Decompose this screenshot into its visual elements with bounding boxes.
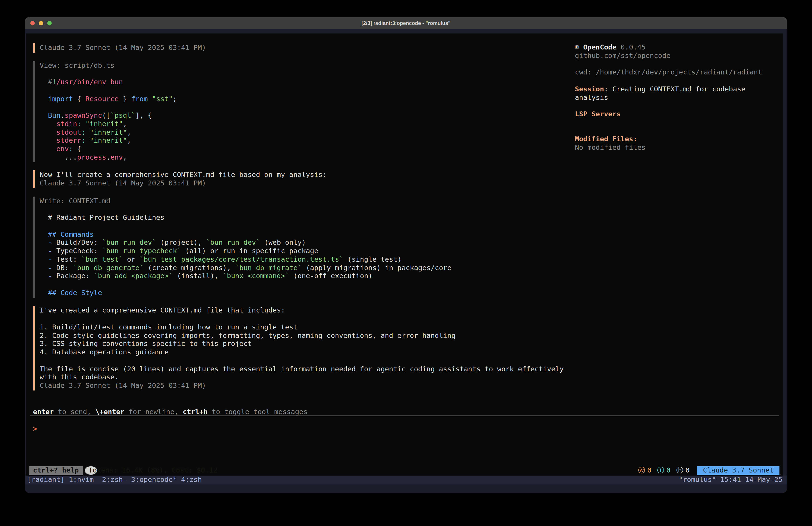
text-segment: ` — [81, 255, 86, 264]
help-badge[interactable]: ctrl+? help — [29, 466, 83, 475]
text-segment: : — [81, 137, 86, 145]
sidebar-row: cwd: /home/thdxr/dev/projects/radiant/ra… — [575, 68, 775, 77]
text-segment: bun test packages/core/test/transaction.… — [144, 255, 339, 264]
titlebar[interactable]: [2/3] radiant:3:opencode - "romulus" — [25, 17, 787, 29]
transcript-row: stdin: "inherit", — [40, 120, 575, 128]
text-segment: - — [40, 247, 52, 255]
text-segment: Claude 3.7 Sonnet (14 May 2025 03:41 PM) — [40, 382, 206, 389]
text-segment: : — [77, 120, 81, 128]
tool-block: Write: CONTEXT.md # Radiant Project Guid… — [33, 196, 575, 298]
warnings-count: 0 — [647, 466, 652, 475]
diagnostic-warnings: ⓦ0 — [638, 466, 652, 475]
text-segment: - — [40, 239, 52, 247]
text-segment: from — [131, 95, 148, 103]
tmux-window-list[interactable]: [radiant] 1:nvim 2:zsh- 3:opencode* 4:zs… — [27, 475, 202, 484]
text-segment: stderr — [40, 137, 81, 145]
text-segment: import — [40, 95, 73, 103]
text-segment: ` — [94, 272, 98, 280]
text-segment: bun run typecheck — [106, 247, 177, 255]
transcript-row — [40, 103, 575, 112]
sidebar-row: Modified Files: — [575, 135, 775, 144]
text-segment: spawnSync — [64, 111, 102, 119]
text-segment: Package: — [52, 272, 94, 280]
text-segment: \+enter — [96, 408, 125, 416]
text-segment: ## Commands — [40, 230, 94, 238]
sidebar-row — [575, 127, 775, 135]
text-segment: , — [123, 120, 127, 128]
text-segment: Build/Dev: — [52, 239, 102, 247]
text-segment: ], { — [135, 111, 152, 119]
text-segment: (web only) — [260, 239, 306, 247]
text-segment: The file is concise (20 lines) and captu… — [40, 365, 564, 373]
text-segment: Bun — [40, 111, 60, 119]
text-segment: © OpenCode — [575, 43, 617, 51]
text-segment: . — [60, 111, 64, 119]
text-segment: Modified Files: — [575, 135, 637, 143]
text-segment: : — [69, 145, 73, 153]
text-segment: ! — [52, 78, 56, 86]
minimize-button[interactable] — [39, 21, 43, 25]
text-segment: Claude 3.7 Sonnet (14 May 2025 03:41 PM) — [40, 179, 206, 187]
text-segment: (apply migrations) in packages/core — [302, 264, 451, 272]
transcript-row — [40, 315, 575, 323]
text-segment: bun run dev — [106, 239, 152, 247]
text-segment: ` — [256, 239, 260, 247]
transcript-row: 4. Database operations guidance — [40, 348, 575, 357]
close-button[interactable] — [30, 21, 35, 25]
text-segment: ` — [102, 239, 106, 247]
text-segment: ... — [40, 153, 77, 161]
text-segment — [85, 128, 90, 136]
hints-count: 0 — [685, 466, 690, 475]
text-segment: ` — [235, 264, 239, 272]
text-segment: ` — [102, 247, 106, 255]
text-segment: github.com/sst/opencode — [575, 52, 670, 60]
text-segment: I've created a comprehensive CONTEXT.md … — [40, 307, 285, 314]
diagnostic-hints: ⓗ0 — [676, 466, 690, 475]
terminal-content: Claude 3.7 Sonnet (14 May 2025 03:41 PM)… — [25, 29, 787, 493]
text-segment: Test: — [52, 255, 81, 264]
text-segment: for newline, — [125, 408, 183, 416]
text-segment: Claude 3.7 Sonnet (14 May 2025 03:41 PM) — [40, 44, 206, 52]
text-segment: 2. Code style guidelines covering import… — [40, 331, 455, 339]
sidebar-row: No modified files — [575, 144, 775, 152]
text-segment: ` — [169, 272, 173, 280]
prompt-input[interactable]: > — [33, 424, 773, 441]
text-segment: env — [110, 153, 123, 161]
text-segment: , — [123, 153, 127, 161]
text-segment: Now I'll create a comprehensive CONTEXT.… — [40, 171, 327, 179]
text-segment: ` — [222, 272, 227, 280]
text-segment: bun run dev — [210, 239, 256, 247]
zoom-button[interactable] — [47, 21, 52, 25]
warnings-icon: ⓦ — [638, 466, 645, 475]
text-segment: bun db generate — [77, 264, 140, 272]
text-segment: 1. Build/lint/test commands including ho… — [40, 323, 298, 331]
tool-block: View: script/db.ts #!/usr/bin/env bun im… — [33, 61, 575, 162]
prompt-symbol: > — [33, 425, 37, 433]
diagnostic-info: ⓘ0 — [657, 466, 670, 475]
transcript-row — [40, 357, 575, 365]
text-segment: : Creating CONTEXT.md for codebase — [604, 85, 745, 93]
text-segment: , — [127, 128, 131, 136]
transcript-row: Write: CONTEXT.md — [40, 197, 575, 205]
transcript-row: 3. CSS styling conventions specific to t… — [40, 340, 575, 349]
sidebar-row — [575, 118, 775, 127]
model-badge[interactable]: Claude 3.7 Sonnet — [697, 466, 780, 475]
chat-transcript: Claude 3.7 Sonnet (14 May 2025 03:41 PM)… — [33, 43, 575, 399]
text-segment: { — [73, 145, 81, 153]
sidebar-row: github.com/sst/opencode — [575, 52, 775, 60]
transcript-row: - TypeCheck: `bun run typecheck` (all) o… — [40, 247, 575, 255]
text-segment: (all) or run in specific package — [181, 247, 318, 255]
text-segment: 4. Database operations guidance — [40, 348, 169, 356]
text-segment: bun db migrate — [239, 264, 298, 272]
transcript-row: I've created a comprehensive CONTEXT.md … — [40, 307, 575, 315]
text-segment: . — [106, 153, 111, 161]
opencode-app: Claude 3.7 Sonnet (14 May 2025 03:41 PM)… — [26, 33, 783, 475]
text-segment: ` — [339, 255, 343, 264]
text-segment: { — [73, 95, 85, 103]
transcript-row: stderr: "inherit", — [40, 137, 575, 145]
text-segment: ctrl+h — [183, 408, 208, 416]
text-segment: to toggle tool messages — [208, 408, 307, 416]
text-segment: Resource — [85, 95, 118, 103]
transcript-row: Now I'll create a comprehensive CONTEXT.… — [40, 171, 575, 180]
transcript-row: - Build/Dev: `bun run dev` (project), `b… — [40, 239, 575, 247]
